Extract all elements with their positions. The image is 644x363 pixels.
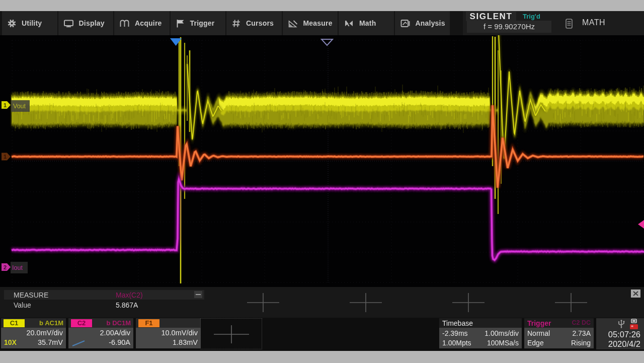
svg-text:1: 1 [4,154,7,160]
svg-text:2: 2 [4,264,7,270]
svg-text:Vout: Vout [13,103,26,110]
svg-text:1: 1 [4,102,7,108]
svg-text:Iout: Iout [12,264,23,271]
